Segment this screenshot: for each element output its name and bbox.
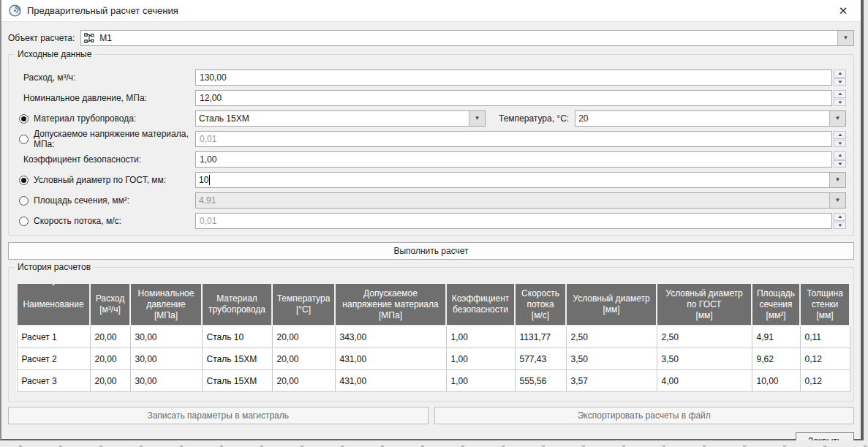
column-header-diameter[interactable]: Условный диаметр [мм] [566, 283, 657, 326]
pipeline-node-icon [84, 33, 94, 43]
calculate-button[interactable]: Выполнить расчет [8, 242, 854, 260]
table-cell: 1131,77 [515, 326, 566, 348]
spin-down-button[interactable]: ▼ [834, 140, 846, 148]
flow-value: 130,00 [200, 72, 227, 83]
object-combobox[interactable]: М1 ▼ [80, 30, 854, 46]
flow-input[interactable]: 130,00 [195, 70, 832, 86]
stress-spinner[interactable]: ▲ ▼ [834, 131, 846, 147]
table-cell: 343,00 [335, 326, 446, 348]
table-cell: 3,57 [566, 370, 657, 392]
table-cell: 20,00 [90, 348, 130, 370]
pressure-input[interactable]: 12,00 [195, 90, 832, 106]
safety-row: Коэффициент безопасности: 1,00 ▲ ▼ [16, 151, 846, 168]
object-label: Объект расчета: [8, 33, 75, 43]
area-label: Площадь сечения, мм²: [34, 195, 129, 206]
column-header-thickness[interactable]: Толщина стенки [мм] [800, 283, 850, 326]
gost-diameter-radio[interactable] [19, 176, 29, 185]
pressure-value: 12,00 [200, 93, 222, 103]
table-cell: 1,00 [446, 348, 515, 370]
table-cell: 3,50 [566, 348, 657, 370]
spin-down-button[interactable]: ▼ [834, 160, 846, 168]
chevron-down-icon: ▼ [475, 116, 480, 121]
table-cell: 20,00 [90, 370, 130, 392]
object-row: Объект расчета: М1 ▼ [8, 29, 854, 47]
history-table: ˆ Наименование Расход [м³/ч] Номинальное… [16, 282, 850, 392]
flow-spinner[interactable]: ▲ ▼ [834, 70, 846, 86]
temperature-combobox[interactable]: 20 ▼ [575, 110, 846, 127]
app-logo-icon [9, 4, 21, 17]
temperature-dropdown-button[interactable]: ▼ [829, 111, 845, 126]
area-row: Площадь сечения, мм²: 4,91 ▼ [16, 192, 846, 209]
calculate-button-label: Выполнить расчет [393, 246, 468, 256]
column-header-area[interactable]: Площадь сечения [мм²] [752, 283, 800, 326]
triangle-up-icon: ▲ [837, 132, 843, 137]
spin-up-button[interactable]: ▲ [834, 70, 846, 78]
area-combobox[interactable]: 4,91 ▼ [195, 192, 846, 209]
safety-spinner[interactable]: ▲ ▼ [834, 151, 846, 168]
column-header-temperature[interactable]: Температура [°C] [272, 283, 335, 326]
column-header-pressure[interactable]: Номинальное давление [МПа] [130, 283, 202, 326]
table-row[interactable]: Расчет 1 20,00 30,00 Сталь 10 20,00 343,… [17, 326, 850, 348]
stress-input[interactable]: 0,01 [195, 131, 832, 147]
table-cell: 577,43 [515, 348, 566, 370]
safety-value: 1,00 [200, 154, 216, 165]
temperature-label: Температура, °C: [499, 113, 569, 124]
gost-diameter-label: Условный диаметр по ГОСТ, мм: [34, 175, 166, 185]
table-row[interactable]: Расчет 2 20,00 30,00 Сталь 15ХМ 20,00 43… [17, 348, 850, 370]
spin-up-button[interactable]: ▲ [834, 90, 846, 98]
velocity-input[interactable]: 0,01 [195, 213, 832, 229]
table-cell: Сталь 15ХМ [202, 370, 272, 392]
triangle-down-icon: ▼ [837, 223, 843, 228]
chevron-down-icon: ▼ [835, 177, 841, 183]
pressure-row: Номинальное давление, МПа: 12,00 ▲ ▼ [16, 90, 846, 106]
triangle-up-icon: ▲ [837, 91, 843, 96]
column-header-name[interactable]: ˆ Наименование [17, 283, 90, 326]
stress-value: 0,01 [200, 134, 216, 144]
velocity-radio[interactable] [19, 217, 29, 226]
spin-up-button[interactable]: ▲ [834, 151, 846, 159]
column-header-flow[interactable]: Расход [м³/ч] [90, 283, 130, 326]
table-cell: 0,12 [800, 370, 850, 392]
gost-dropdown-button[interactable]: ▼ [829, 173, 845, 187]
material-combobox[interactable]: Сталь 15ХМ ▼ [195, 110, 486, 127]
spin-down-button[interactable]: ▼ [834, 99, 846, 107]
column-header-material[interactable]: Материал трубопровода [202, 283, 272, 326]
table-cell: 9,62 [752, 348, 800, 370]
table-cell: Расчет 2 [17, 348, 90, 370]
velocity-value: 0,01 [200, 216, 216, 226]
export-calculations-button[interactable]: Экспортировать расчеты в файл [434, 407, 855, 424]
column-header-gost-diameter[interactable]: Условный диаметр по ГОСТ [мм] [657, 283, 752, 326]
table-cell: 20,00 [90, 326, 130, 348]
source-group-legend: Исходные данные [15, 49, 94, 59]
area-radio[interactable] [19, 196, 29, 206]
triangle-down-icon: ▼ [837, 80, 843, 84]
material-radio[interactable] [19, 114, 29, 124]
material-dropdown-button[interactable]: ▼ [469, 111, 485, 126]
table-cell: 4,00 [657, 370, 752, 392]
spin-down-button[interactable]: ▼ [834, 78, 846, 86]
spin-up-button[interactable]: ▲ [834, 131, 846, 139]
column-header-velocity[interactable]: Скорость потока [м/с] [515, 283, 566, 326]
table-cell: 431,00 [335, 348, 446, 370]
gost-diameter-row: Условный диаметр по ГОСТ, мм: 10 ▼ [16, 172, 846, 188]
history-group-legend: История расчетов [15, 262, 94, 272]
pressure-spinner[interactable]: ▲ ▼ [834, 90, 846, 106]
column-header-stress[interactable]: Допускаемое напряжение материала [МПа] [335, 283, 446, 326]
write-parameters-button[interactable]: Записать параметры в магистраль [8, 407, 429, 424]
triangle-down-icon: ▼ [837, 141, 843, 146]
gost-diameter-combobox[interactable]: 10 ▼ [195, 172, 846, 188]
column-header-safety[interactable]: Коэффициент безопасности [446, 283, 515, 326]
spin-down-button[interactable]: ▼ [834, 222, 846, 230]
object-dropdown-button[interactable]: ▼ [837, 31, 853, 45]
chevron-down-icon: ▼ [835, 198, 841, 203]
close-icon[interactable]: ✕ [833, 1, 853, 21]
spin-up-button[interactable]: ▲ [834, 213, 846, 221]
stress-radio[interactable] [19, 135, 29, 144]
table-row[interactable]: Расчет 3 20,00 30,00 Сталь 15ХМ 20,00 43… [17, 370, 850, 392]
table-header-row: ˆ Наименование Расход [м³/ч] Номинальное… [17, 283, 850, 326]
velocity-spinner[interactable]: ▲ ▼ [834, 213, 846, 229]
safety-input[interactable]: 1,00 [195, 151, 832, 168]
chevron-down-icon: ▼ [835, 116, 841, 121]
desktop-background-strip [0, 440, 868, 447]
area-dropdown-button[interactable]: ▼ [829, 193, 845, 208]
